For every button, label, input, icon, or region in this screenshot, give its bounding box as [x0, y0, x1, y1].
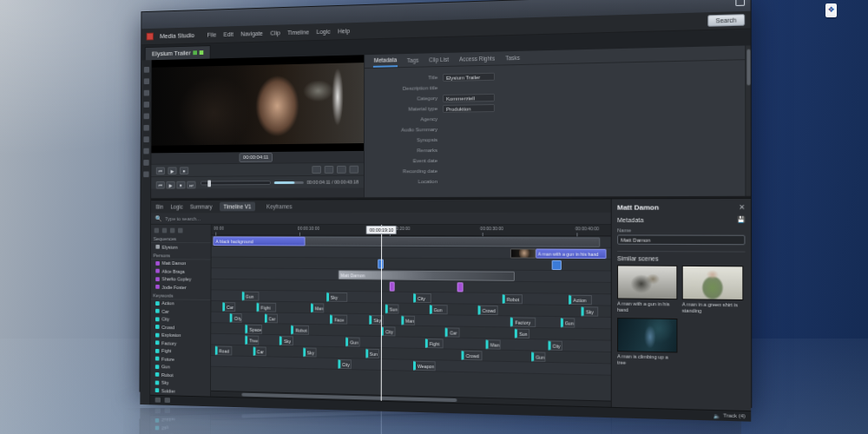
- player-aux-button[interactable]: [312, 166, 321, 174]
- menu-item-clip[interactable]: Clip: [270, 30, 279, 36]
- timeline-menu-summary[interactable]: Summary: [190, 204, 213, 210]
- timeline-clip[interactable]: A black background: [214, 236, 306, 246]
- status-icon[interactable]: [165, 398, 170, 403]
- bin-tool-icon[interactable]: [162, 228, 167, 233]
- field-value[interactable]: Produktion: [443, 103, 495, 112]
- timeline-clip[interactable]: Matt Damon: [338, 270, 515, 281]
- timeline-clip[interactable]: [552, 260, 562, 270]
- bin-item[interactable]: Matt Damon: [151, 260, 211, 268]
- timeline-clip[interactable]: Sky: [303, 347, 317, 357]
- player-aux-button[interactable]: [325, 165, 334, 173]
- bookmark-icon[interactable]: ❖: [825, 3, 837, 17]
- similar-scene-card[interactable]: A man with a gun in his hand: [617, 265, 677, 313]
- similar-scene-card[interactable]: A man is climbing up a tree: [617, 318, 677, 367]
- tab-tags[interactable]: Tags: [406, 55, 419, 66]
- timeline-clip[interactable]: Gun: [531, 352, 546, 362]
- tool-icon[interactable]: [143, 148, 148, 155]
- timeline-clip[interactable]: City: [338, 359, 352, 369]
- field-value[interactable]: Kommerziell: [443, 93, 495, 102]
- tool-icon[interactable]: [143, 125, 148, 131]
- menu-item-edit[interactable]: Edit: [224, 31, 233, 37]
- tool-icon[interactable]: [143, 78, 148, 84]
- field-value[interactable]: [443, 125, 495, 134]
- menu-item-logic[interactable]: Logic: [317, 29, 331, 35]
- tool-icon[interactable]: [143, 171, 148, 177]
- tab-metadata[interactable]: Metadata: [373, 54, 398, 68]
- timeline-clip[interactable]: [457, 282, 463, 292]
- transport-button[interactable]: ▶: [168, 167, 176, 174]
- timeline-menu-logic[interactable]: Logic: [170, 204, 182, 210]
- timeline-clip[interactable]: City: [413, 293, 431, 303]
- timeline-clip[interactable]: Space: [246, 325, 263, 334]
- timeline-clip[interactable]: Crowd: [462, 351, 482, 361]
- bin-tool-icon[interactable]: [170, 228, 175, 233]
- timeline-clip[interactable]: Robot: [292, 326, 309, 335]
- video-viewer[interactable]: [151, 55, 364, 153]
- playhead-timecode-chip[interactable]: 00:00:19:10: [366, 226, 397, 234]
- timeline-clip[interactable]: [510, 248, 536, 258]
- transport-button[interactable]: ⏮: [156, 167, 165, 174]
- player-aux-button[interactable]: [337, 165, 346, 173]
- tool-icon[interactable]: [143, 90, 148, 96]
- timeline-menu-bin[interactable]: Bin: [156, 204, 164, 210]
- timeline-clip[interactable]: Sky: [582, 306, 598, 317]
- menu-item-navigate[interactable]: Navigate: [240, 30, 263, 37]
- bin-tool-icon[interactable]: [155, 228, 159, 233]
- timeline-clip[interactable]: Face: [330, 314, 347, 324]
- field-value[interactable]: [443, 156, 495, 165]
- timeline-clip[interactable]: Sun: [515, 329, 529, 339]
- timeline-clip[interactable]: Sky: [326, 293, 348, 302]
- name-input[interactable]: Matt Damon: [617, 234, 745, 245]
- scrub-handle[interactable]: [208, 180, 212, 187]
- transport-button[interactable]: ⏹: [180, 167, 188, 174]
- status-icon[interactable]: [155, 398, 161, 403]
- search-input[interactable]: Type to search...: [165, 215, 606, 220]
- timeline-clip[interactable]: Factory: [510, 317, 536, 327]
- timeline-clip[interactable]: Man: [486, 339, 501, 349]
- player-aux-button[interactable]: [350, 165, 359, 173]
- field-value[interactable]: [443, 146, 495, 155]
- timeline-tab-keyframes[interactable]: Keyframes: [262, 201, 296, 211]
- timeline-clip[interactable]: Fight: [257, 303, 276, 312]
- tab-clip-list[interactable]: Clip List: [428, 54, 450, 66]
- menu-item-help[interactable]: Help: [338, 28, 350, 34]
- timeline-clip[interactable]: Gun: [345, 337, 359, 346]
- timeline-clip[interactable]: Sky: [279, 336, 293, 345]
- timeline-clip[interactable]: Gun: [241, 292, 259, 301]
- transport-button[interactable]: ▶: [167, 181, 175, 189]
- timeline-ruler[interactable]: 00:0000:00:10:0000:00:20:0000:00:30:0000…: [212, 225, 611, 237]
- timeline-clip[interactable]: Car: [265, 313, 279, 323]
- tool-icon[interactable]: [143, 67, 148, 73]
- timeline-clip[interactable]: City: [230, 313, 241, 323]
- search-button[interactable]: Search: [707, 14, 745, 27]
- timeline-clip[interactable]: Road: [215, 345, 233, 355]
- timeline-clip[interactable]: Tree: [245, 335, 258, 345]
- tab-access-rights[interactable]: Access Rights: [458, 53, 496, 65]
- timeline-clip[interactable]: Weapon: [413, 361, 435, 372]
- timeline-clip[interactable]: City: [548, 340, 562, 351]
- tool-icon[interactable]: [143, 113, 148, 119]
- timeline-clip[interactable]: Action: [569, 295, 592, 306]
- timeline-clip[interactable]: [389, 282, 394, 292]
- inspector-scrollbar[interactable]: [745, 45, 751, 195]
- timeline-clip[interactable]: Sun: [385, 304, 399, 313]
- timeline-clip[interactable]: A man with a gun in his hand: [536, 248, 607, 259]
- tool-icon[interactable]: [143, 160, 148, 166]
- timeline-clip[interactable]: Sun: [365, 349, 379, 358]
- tool-icon[interactable]: [143, 102, 148, 108]
- bin-item[interactable]: Elysium: [151, 243, 211, 251]
- timeline-clip[interactable]: Gun: [429, 305, 447, 314]
- similar-scene-card[interactable]: A man in a green shirt is standing: [682, 266, 744, 315]
- transport-button[interactable]: ⏮: [156, 181, 165, 189]
- field-value[interactable]: [443, 167, 495, 174]
- timeline-clip[interactable]: Gun: [561, 318, 575, 327]
- timeline-clip[interactable]: Car: [222, 302, 235, 312]
- timeline-clip[interactable]: Car: [253, 346, 266, 356]
- scrub-bar[interactable]: [201, 181, 271, 185]
- field-value[interactable]: [443, 82, 495, 91]
- timeline-clip[interactable]: City: [381, 326, 395, 336]
- field-value[interactable]: [443, 115, 495, 123]
- tool-icon[interactable]: [143, 136, 148, 142]
- menu-item-timeline[interactable]: Timeline: [287, 29, 309, 36]
- transport-button[interactable]: ⏭: [187, 181, 195, 189]
